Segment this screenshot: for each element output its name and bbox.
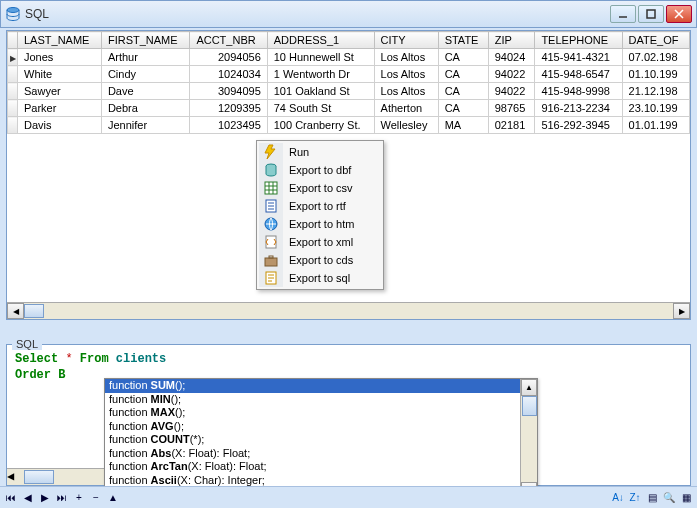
cell: 74 South St (267, 100, 374, 117)
cell: 01.10.199 (622, 66, 689, 83)
table-row[interactable]: DavisJennifer1023495100 Cranberry St.Wel… (8, 117, 690, 134)
cell: 94022 (488, 83, 535, 100)
column-header[interactable]: FIRST_NAME (101, 32, 189, 49)
cell: Los Altos (374, 83, 438, 100)
nav-first-button[interactable]: ⏮ (4, 490, 18, 506)
cell: 10 Hunnewell St (267, 49, 374, 66)
sort-az-button[interactable]: A↓ (611, 490, 625, 506)
svg-rect-9 (269, 256, 273, 258)
autocomplete-popup[interactable]: function SUM();function MIN();function M… (104, 378, 538, 500)
context-menu-label: Export to sql (289, 272, 350, 284)
scroll-up-button[interactable]: ▲ (521, 379, 537, 396)
cell: White (18, 66, 102, 83)
context-menu-item[interactable]: Export to rtf (259, 197, 381, 215)
grid-hscroll[interactable]: ◀ ▶ (7, 302, 690, 319)
search-button[interactable]: 🔍 (662, 490, 676, 506)
autocomplete-scrollbar[interactable]: ▲ ▼ (520, 379, 537, 499)
cell: Davis (18, 117, 102, 134)
window-title: SQL (25, 7, 610, 21)
cell: 100 Cranberry St. (267, 117, 374, 134)
context-menu-item[interactable]: Export to cds (259, 251, 381, 269)
context-menu-item[interactable]: Export to sql (259, 269, 381, 287)
tool-button[interactable]: ▦ (679, 490, 693, 506)
cell: 415-941-4321 (535, 49, 622, 66)
cell: CA (438, 66, 488, 83)
cell: Sawyer (18, 83, 102, 100)
nav-prev-button[interactable]: ◀ (21, 490, 35, 506)
context-menu-item[interactable]: Export to xml (259, 233, 381, 251)
context-menu-item[interactable]: Export to csv (259, 179, 381, 197)
nav-add-button[interactable]: + (72, 490, 86, 506)
row-marker (8, 66, 18, 83)
sql-keyword: Order B (15, 368, 65, 382)
cell: Los Altos (374, 49, 438, 66)
cell: 916-213-2234 (535, 100, 622, 117)
column-header[interactable]: TELEPHONE (535, 32, 622, 49)
sql-identifier: clients (116, 352, 166, 366)
scroll-left-button[interactable]: ◀ (7, 303, 24, 319)
column-header[interactable]: ZIP (488, 32, 535, 49)
cell: 101 Oakland St (267, 83, 374, 100)
autocomplete-item[interactable]: function COUNT(*); (105, 433, 537, 447)
close-button[interactable] (666, 5, 692, 23)
bottom-toolbar: ⏮ ◀ ▶ ⏭ + − ▲ A↓ Z↑ ▤ 🔍 ▦ (0, 486, 697, 508)
context-menu-item[interactable]: Export to htm (259, 215, 381, 233)
column-header[interactable]: CITY (374, 32, 438, 49)
scroll-thumb[interactable] (24, 304, 44, 318)
cell: 98765 (488, 100, 535, 117)
autocomplete-item[interactable]: function SUM(); (105, 379, 537, 393)
cell: 94024 (488, 49, 535, 66)
context-menu-label: Export to cds (289, 254, 353, 266)
cell: 02181 (488, 117, 535, 134)
cell: Jennifer (101, 117, 189, 134)
cell: 07.02.198 (622, 49, 689, 66)
autocomplete-item[interactable]: function ArcTan(X: Float): Float; (105, 460, 537, 474)
nav-next-button[interactable]: ▶ (38, 490, 52, 506)
column-header[interactable]: STATE (438, 32, 488, 49)
nav-edit-button[interactable]: ▲ (106, 490, 120, 506)
svg-rect-8 (265, 258, 277, 266)
nav-last-button[interactable]: ⏭ (55, 490, 69, 506)
column-header[interactable]: ADDRESS_1 (267, 32, 374, 49)
minimize-button[interactable] (610, 5, 636, 23)
cell: Wellesley (374, 117, 438, 134)
row-marker (8, 49, 18, 66)
autocomplete-item[interactable]: function Abs(X: Float): Float; (105, 447, 537, 461)
sort-za-button[interactable]: Z↑ (628, 490, 642, 506)
context-menu-label: Export to csv (289, 182, 353, 194)
autocomplete-item[interactable]: function MIN(); (105, 393, 537, 407)
scroll-right-button[interactable]: ▶ (673, 303, 690, 319)
column-header[interactable]: ACCT_NBR (190, 32, 267, 49)
context-menu-item[interactable]: Run (259, 143, 381, 161)
xml-icon (263, 234, 279, 250)
autocomplete-item[interactable]: function AVG(); (105, 420, 537, 434)
table-row[interactable]: ParkerDebra120939574 South StAthertonCA9… (8, 100, 690, 117)
nav-delete-button[interactable]: − (89, 490, 103, 506)
briefcase-icon (263, 252, 279, 268)
maximize-button[interactable] (638, 5, 664, 23)
autocomplete-item[interactable]: function Ascii(X: Char): Integer; (105, 474, 537, 488)
cell: 516-292-3945 (535, 117, 622, 134)
scroll-thumb[interactable] (522, 396, 537, 416)
context-menu-item[interactable]: Export to dbf (259, 161, 381, 179)
autocomplete-item[interactable]: function MAX(); (105, 406, 537, 420)
xls-icon (263, 180, 279, 196)
sql-keyword: From (80, 352, 109, 366)
filter-button[interactable]: ▤ (645, 490, 659, 506)
sql-icon (263, 270, 279, 286)
context-menu: RunExport to dbfExport to csvExport to r… (256, 140, 384, 290)
table-row[interactable]: SawyerDave3094095101 Oakland StLos Altos… (8, 83, 690, 100)
column-header[interactable]: LAST_NAME (18, 32, 102, 49)
cell: CA (438, 83, 488, 100)
cell: 1024034 (190, 66, 267, 83)
table-row[interactable]: JonesArthur209405610 Hunnewell StLos Alt… (8, 49, 690, 66)
table-row[interactable]: WhiteCindy10240341 Wentworth DrLos Altos… (8, 66, 690, 83)
context-menu-label: Export to xml (289, 236, 353, 248)
context-menu-label: Export to htm (289, 218, 354, 230)
cell: 1 Wentworth Dr (267, 66, 374, 83)
column-header[interactable]: DATE_OF (622, 32, 689, 49)
cell: 415-948-9998 (535, 83, 622, 100)
row-marker-header (8, 32, 18, 49)
cell: 2094056 (190, 49, 267, 66)
cell: Arthur (101, 49, 189, 66)
